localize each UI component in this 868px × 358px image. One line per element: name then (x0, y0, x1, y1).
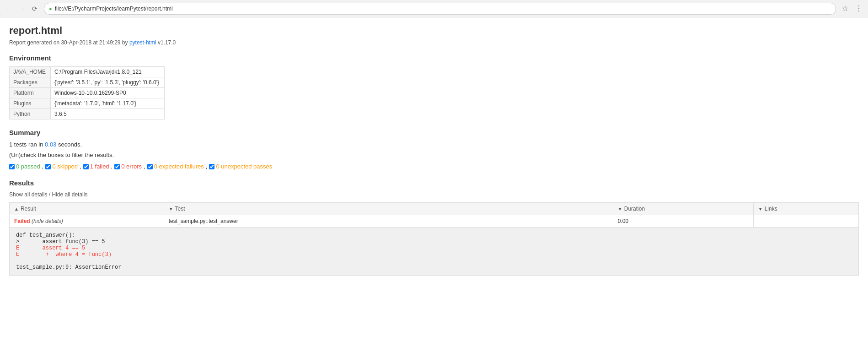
env-key: Python (10, 109, 51, 119)
filter-checkbox-errors[interactable] (114, 164, 120, 169)
error-line: E + where 4 = func(3) (16, 251, 112, 258)
code-line: def test_answer(): (16, 232, 75, 239)
filter-label[interactable]: 0 errors (121, 163, 142, 170)
filter-separator: , (144, 163, 145, 170)
filter-item-expected-failures: 0 expected failures (147, 163, 204, 170)
meta-by: by (121, 39, 129, 46)
sort-icon: ▼ (618, 206, 622, 212)
forward-button[interactable]: → (16, 3, 27, 14)
env-key: JAVA_HOME (10, 67, 51, 77)
env-row: Python3.6.5 (10, 109, 165, 119)
env-row: JAVA_HOMEC:\Program Files\Java\jdk1.8.0_… (10, 67, 165, 77)
meta-prefix: Report generated on (9, 39, 61, 46)
url-text: file:///E:/PycharmProjects/learnPytest/r… (55, 5, 831, 12)
address-bar[interactable]: ● file:///E:/PycharmProjects/learnPytest… (44, 3, 836, 15)
tests-ran-suffix: seconds. (56, 141, 82, 148)
pytest-html-link[interactable]: pytest-html (129, 39, 156, 46)
filter-label[interactable]: 0 passed (16, 163, 40, 170)
report-meta: Report generated on 30-Apr-2018 at 21:49… (9, 39, 859, 46)
show-all-details-link[interactable]: Show all details (9, 191, 47, 198)
meta-date: 30-Apr-2018 at 21:49:29 (61, 39, 120, 46)
bookmark-button[interactable]: ☆ (840, 3, 851, 14)
filter-label[interactable]: 1 failed (90, 163, 109, 170)
hide-details-link[interactable]: (hide details) (32, 218, 63, 224)
tests-ran-prefix: 1 tests ran in (9, 141, 45, 148)
sort-icon: ▼ (169, 206, 173, 212)
code-line: test_sample.py:9: AssertionError (16, 264, 121, 271)
tests-ran-text: 1 tests ran in 0.03 seconds. (9, 141, 859, 148)
results-title: Results (9, 179, 859, 187)
nav-buttons: ← → ⟳ (4, 3, 40, 14)
filter-separator: , (111, 163, 113, 170)
filter-checkbox-failed[interactable] (83, 164, 89, 169)
env-row: Packages{'pytest': '3.5.1', 'py': '1.5.3… (10, 77, 165, 88)
page-title: report.html (9, 25, 859, 37)
browser-actions: ☆ ⋮ (840, 3, 864, 14)
hide-all-details-link[interactable]: Hide all details (52, 191, 87, 198)
code-line: > assert func(3) == 5 (16, 239, 105, 245)
results-link-sep: / (47, 191, 52, 198)
filter-label[interactable]: 0 expected failures (154, 163, 204, 170)
summary-title: Summary (9, 129, 859, 136)
filter-instruction: (Un)check the boxes to filter the result… (9, 152, 859, 158)
env-key: Packages (10, 77, 51, 88)
environment-title: Environment (9, 54, 859, 62)
filter-item-unexpected-passes: 0 unexpected passes (209, 163, 272, 170)
env-key: Plugins (10, 98, 51, 109)
filter-checkbox-passed[interactable] (9, 164, 15, 169)
filter-item-failed: 1 failed (83, 163, 109, 170)
filter-item-errors: 0 errors (114, 163, 142, 170)
filter-item-passed: 0 passed (9, 163, 40, 170)
tests-ran-time: 0.03 (45, 141, 56, 148)
detail-content: def test_answer(): > assert func(3) == 5… (10, 228, 859, 276)
env-value: {'metadata': '1.7.0', 'html': '1.17.0'} (51, 98, 165, 109)
filter-checkbox-expected-failures[interactable] (147, 164, 153, 169)
browser-chrome: ← → ⟳ ● file:///E:/PycharmProjects/learn… (0, 0, 868, 17)
refresh-button[interactable]: ⟳ (29, 3, 40, 14)
page-content: report.html Report generated on 30-Apr-2… (0, 17, 868, 283)
filter-item-skipped: 0 skipped (45, 163, 78, 170)
table-row: Failed (hide details) test_sample.py::te… (10, 215, 859, 228)
env-value: C:\Program Files\Java\jdk1.8.0_121 (51, 67, 165, 77)
filter-separator: , (206, 163, 208, 170)
filter-label[interactable]: 0 skipped (52, 163, 78, 170)
filter-checkbox-unexpected-passes[interactable] (209, 164, 214, 169)
env-row: Plugins{'metadata': '1.7.0', 'html': '1.… (10, 98, 165, 109)
result-status: Failed (14, 218, 30, 224)
filter-checkbox-skipped[interactable] (45, 164, 51, 169)
filter-label[interactable]: 0 unexpected passes (216, 163, 272, 170)
env-value: {'pytest': '3.5.1', 'py': '1.5.3', 'plug… (51, 77, 165, 88)
results-links: Show all details / Hide all details (9, 191, 859, 198)
results-col-test[interactable]: ▼Test (164, 203, 613, 215)
filter-separator: , (42, 163, 44, 170)
env-key: Platform (10, 88, 51, 98)
env-value: Windows-10-10.0.16299-SP0 (51, 88, 165, 98)
env-row: PlatformWindows-10-10.0.16299-SP0 (10, 88, 165, 98)
detail-row: def test_answer(): > assert func(3) == 5… (10, 228, 859, 276)
results-table: ▲Result▼Test▼Duration▼Links Failed (hide… (9, 202, 859, 276)
results-col-duration[interactable]: ▼Duration (613, 203, 753, 215)
results-col-links[interactable]: ▼Links (753, 203, 858, 215)
back-button[interactable]: ← (4, 3, 15, 14)
menu-button[interactable]: ⋮ (853, 3, 864, 14)
results-col-result[interactable]: ▲Result (10, 203, 164, 215)
meta-version: v1.17.0 (156, 39, 176, 46)
env-value: 3.6.5 (51, 109, 165, 119)
filter-separator: , (80, 163, 81, 170)
duration-cell: 0.00 (613, 215, 753, 228)
links-cell (753, 215, 858, 228)
result-cell: Failed (hide details) (10, 215, 164, 228)
environment-table: JAVA_HOMEC:\Program Files\Java\jdk1.8.0_… (9, 66, 165, 119)
sort-icon: ▲ (14, 206, 19, 212)
error-line: E assert 4 == 5 (16, 245, 85, 251)
filter-checkboxes: 0 passed,0 skipped,1 failed,0 errors,0 e… (9, 163, 859, 170)
secure-icon: ● (49, 6, 52, 11)
sort-icon: ▼ (758, 206, 763, 212)
test-cell: test_sample.py::test_answer (164, 215, 613, 228)
